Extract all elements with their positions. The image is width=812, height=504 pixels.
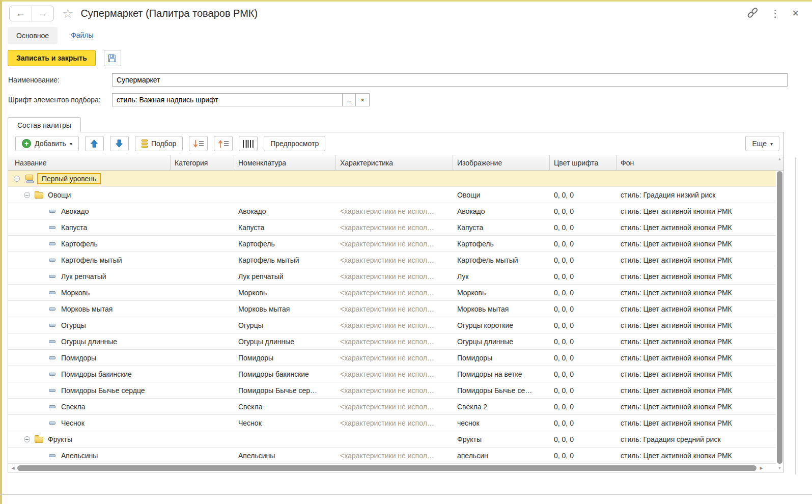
cell-font-color[interactable]: 0, 0, 0 — [550, 236, 617, 251]
preview-button[interactable]: Предпросмотр — [264, 136, 325, 151]
tab-palette-composition[interactable]: Состав палитры — [8, 117, 81, 132]
cell-name[interactable]: Фрукты — [8, 431, 171, 447]
more-button[interactable]: Еще ▾ — [745, 136, 779, 151]
cell-characteristic[interactable]: <характеристики не испол… — [336, 252, 453, 268]
cell-characteristic[interactable] — [336, 187, 453, 203]
cell-name[interactable]: Морковь мытая — [8, 301, 171, 317]
cell-name[interactable]: Первый уровень — [8, 171, 171, 186]
table-row[interactable]: Помидоры Бычье сердцеПомидоры Бычье сер…… — [8, 382, 776, 399]
cell-characteristic[interactable]: <характеристики не испол… — [336, 268, 453, 284]
cell-nomenclature[interactable]: Огурцы — [234, 317, 336, 333]
link-icon[interactable] — [745, 5, 761, 21]
scroll-right-icon[interactable]: ▶ — [758, 466, 765, 470]
cell-characteristic[interactable]: <характеристики не испол… — [336, 366, 453, 382]
forward-button[interactable]: → — [32, 6, 54, 21]
cell-image[interactable]: апельсин — [453, 447, 550, 463]
cell-background[interactable]: стиль: Цвет активной кнопки РМК — [617, 399, 776, 414]
table-row[interactable]: СвеклаСвекла<характеристики не испол…Све… — [8, 399, 776, 415]
sort-descending-button[interactable] — [189, 136, 208, 151]
cell-category[interactable] — [171, 399, 234, 414]
collapse-toggle-icon[interactable] — [24, 192, 30, 198]
cell-name[interactable]: Картофель — [8, 236, 171, 251]
horizontal-scrollbar[interactable]: ◀ ▶ — [8, 464, 783, 472]
cell-nomenclature[interactable]: Морковь — [234, 285, 336, 300]
cell-category[interactable] — [171, 219, 234, 235]
cell-font-color[interactable]: 0, 0, 0 — [550, 285, 617, 300]
cell-nomenclature[interactable]: Чеснок — [234, 415, 336, 431]
cell-image[interactable]: Авокадо — [453, 203, 550, 219]
cell-nomenclature[interactable]: Помидоры — [234, 350, 336, 366]
cell-font-color[interactable]: 0, 0, 0 — [550, 187, 617, 203]
horizontal-scroll-thumb[interactable] — [17, 465, 757, 471]
cell-category[interactable] — [171, 415, 234, 431]
cell-category[interactable] — [171, 350, 234, 366]
move-up-button[interactable] — [85, 136, 104, 151]
sort-ascending-button[interactable] — [214, 136, 233, 151]
cell-nomenclature[interactable]: Картофель мытый — [234, 252, 336, 268]
cell-background[interactable]: стиль: Цвет активной кнопки РМК — [617, 268, 776, 284]
cell-category[interactable] — [171, 382, 234, 398]
column-header-characteristic[interactable]: Характеристика — [336, 155, 453, 170]
table-row[interactable]: ОгурцыОгурцы<характеристики не испол…Огу… — [8, 317, 776, 333]
cell-characteristic[interactable]: <характеристики не испол… — [336, 219, 453, 235]
cell-background[interactable]: стиль: Цвет активной кнопки РМК — [617, 382, 776, 398]
close-icon[interactable]: × — [792, 8, 799, 19]
cell-characteristic[interactable]: <характеристики не испол… — [336, 350, 453, 366]
cell-nomenclature[interactable]: Картофель — [234, 236, 336, 251]
column-header-background[interactable]: Фон — [617, 155, 783, 170]
cell-font-color[interactable]: 0, 0, 0 — [550, 252, 617, 268]
cell-name[interactable]: Помидоры — [8, 350, 171, 366]
cell-image[interactable]: Картофель — [453, 236, 550, 251]
cell-font-color[interactable]: 0, 0, 0 — [550, 333, 617, 349]
table-row[interactable]: Первый уровень — [8, 171, 776, 187]
cell-image[interactable]: Помидоры на ветке — [453, 366, 550, 382]
tab-files[interactable]: Файлы — [71, 31, 93, 40]
cell-image[interactable]: Огурцы короткие — [453, 317, 550, 333]
cell-category[interactable] — [171, 431, 234, 447]
cell-characteristic[interactable]: <характеристики не испол… — [336, 382, 453, 398]
cell-background[interactable]: стиль: Цвет активной кнопки РМК — [617, 285, 776, 300]
cell-background[interactable]: стиль: Цвет активной кнопки РМК — [617, 203, 776, 219]
tab-main[interactable]: Основное — [8, 27, 58, 44]
column-header-font-color[interactable]: Цвет шрифта — [550, 155, 617, 170]
table-row[interactable]: АпельсиныАпельсины<характеристики не исп… — [8, 447, 776, 464]
cell-name[interactable]: Огурцы длинные — [8, 333, 171, 349]
cell-characteristic[interactable] — [336, 171, 453, 186]
scroll-up-icon[interactable]: ▲ — [778, 157, 782, 162]
cell-nomenclature[interactable]: Авокадо — [234, 203, 336, 219]
cell-characteristic[interactable]: <характеристики не испол… — [336, 285, 453, 300]
cell-background[interactable]: стиль: Цвет активной кнопки РМК — [617, 350, 776, 366]
cell-category[interactable] — [171, 203, 234, 219]
cell-background[interactable] — [617, 171, 776, 186]
cell-image[interactable]: Помидоры — [453, 350, 550, 366]
cell-image[interactable]: Морковь — [453, 285, 550, 300]
table-row[interactable]: АвокадоАвокадо<характеристики не испол…А… — [8, 203, 776, 219]
cell-image[interactable]: Овощи — [453, 187, 550, 203]
cell-category[interactable] — [171, 252, 234, 268]
cell-name[interactable]: Апельсины — [8, 447, 171, 463]
cell-name[interactable]: Помидоры Бычье сердце — [8, 382, 171, 398]
cell-name[interactable]: Помидоры бакинские — [8, 366, 171, 382]
cell-nomenclature[interactable]: Огурцы длинные — [234, 333, 336, 349]
table-row[interactable]: ФруктыФрукты0, 0, 0стиль: Градация средн… — [8, 431, 776, 447]
cell-image[interactable]: Морковь мытая — [453, 301, 550, 317]
cell-image[interactable]: Фрукты — [453, 431, 550, 447]
cell-font-color[interactable]: 0, 0, 0 — [550, 382, 617, 398]
cell-characteristic[interactable]: <характеристики не испол… — [336, 203, 453, 219]
table-row[interactable]: Морковь мытаяМорковь мытая<характеристик… — [8, 301, 776, 317]
favorite-star-icon[interactable]: ☆ — [62, 7, 73, 20]
cell-image[interactable] — [453, 171, 550, 186]
vertical-scroll-thumb[interactable] — [777, 171, 782, 464]
cell-background[interactable]: стиль: Цвет активной кнопки РМК — [617, 333, 776, 349]
table-row[interactable]: МорковьМорковь<характеристики не испол…М… — [8, 285, 776, 301]
cell-name[interactable]: Огурцы — [8, 317, 171, 333]
cell-image[interactable]: Огурцы длинные — [453, 333, 550, 349]
back-button[interactable]: ← — [10, 6, 32, 21]
table-row[interactable]: Картофель мытыйКартофель мытый<характери… — [8, 252, 776, 268]
cell-image[interactable]: чеснок — [453, 415, 550, 431]
cell-nomenclature[interactable]: Помидоры бакинские — [234, 366, 336, 382]
scroll-left-icon[interactable]: ◀ — [10, 466, 16, 470]
move-down-button[interactable] — [110, 136, 129, 151]
cell-font-color[interactable]: 0, 0, 0 — [550, 268, 617, 284]
font-clear-button[interactable]: × — [356, 93, 370, 106]
